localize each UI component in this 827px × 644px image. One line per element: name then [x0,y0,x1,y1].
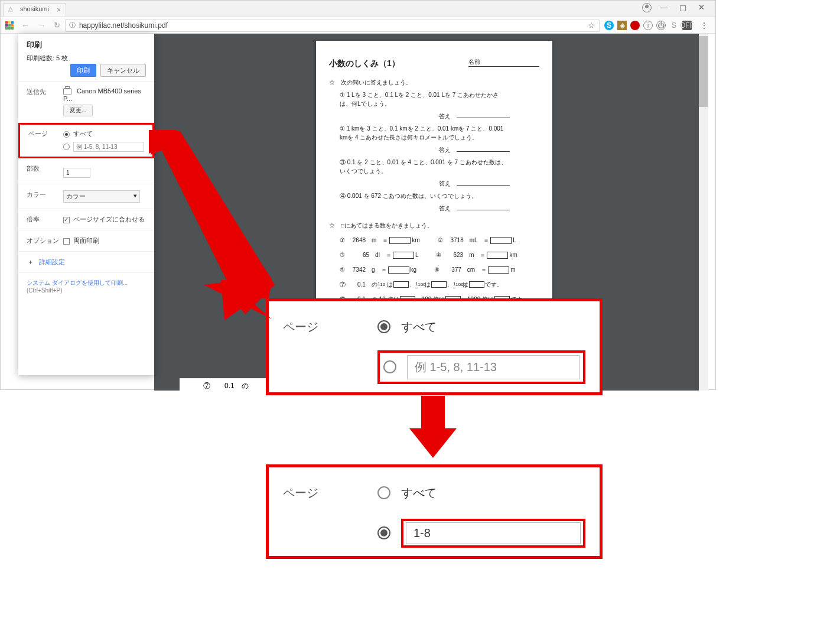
duplex-checkbox[interactable] [63,238,70,245]
pages-range-radio-big[interactable] [383,360,396,373]
pages-all-radio-big-2[interactable] [377,486,390,499]
close-icon[interactable]: × [57,6,61,14]
print-count: 印刷総数: 5 枚 [27,54,146,63]
account-icon[interactable] [642,3,652,12]
annotation-callout-after: ページ すべて 1-8 [266,464,603,559]
annotation-down-arrow-icon [409,396,457,461]
back-icon[interactable]: ← [18,21,32,30]
url-text: happylilac.net/shosikumi.pdf [79,21,168,30]
expand-icon[interactable]: ＋ [27,258,34,266]
browser-titlebar: shosikumi × — ▢ ✕ [1,1,715,17]
chevron-down-icon: ▾ [134,192,137,201]
bookmark-icon[interactable]: ☆ [588,21,595,30]
scrollbar-thumb[interactable] [699,36,708,107]
pages-label: ページ [28,129,63,138]
option-label: オプション [27,236,63,245]
extensions: S ◈ i ⏻ S OFF [604,21,692,30]
browser-toolbar: ← → ↻ ⓘ happylilac.net/shosikumi.pdf ☆ S… [1,17,715,34]
address-bar[interactable]: ⓘ happylilac.net/shosikumi.pdf ☆ [65,19,600,32]
fit-label: ページサイズに合わせる [73,216,145,223]
scale-label: 倍率 [27,215,63,224]
scrollbar[interactable] [699,34,708,391]
extension-icon[interactable]: S [669,21,679,30]
pages-range-input-big-2[interactable]: 1-8 [406,522,581,544]
change-button[interactable]: 変更... [63,105,93,116]
color-select[interactable]: カラー▾ [63,190,140,203]
duplex-label: 両面印刷 [73,237,99,244]
callout-label-2: ページ [283,485,377,501]
color-label: カラー [27,190,63,199]
minimize-icon[interactable]: — [656,3,671,17]
window-controls: — ▢ ✕ [642,1,715,17]
shortcut-text: (Ctrl+Shift+P) [27,287,146,294]
extension-icon[interactable]: i [643,21,653,30]
nav-controls: ← → [18,21,49,30]
svg-marker-3 [149,130,275,320]
pages-range-radio[interactable] [63,144,70,150]
copies-input[interactable] [63,168,90,178]
skype-icon[interactable]: S [604,21,614,30]
pages-all-radio-big[interactable] [377,320,390,333]
browser-tab[interactable]: shosikumi × [3,3,66,17]
info-icon[interactable]: ⓘ [69,21,76,30]
tab-title: shosikumi [20,5,49,12]
print-dialog: 印刷 印刷総数: 5 枚 印刷 キャンセル 送信先 Canon MB5400 s… [18,34,154,375]
doc-title: 小数のしくみ（1） [329,57,400,70]
advanced-link[interactable]: 詳細設定 [39,258,65,265]
extension-icon[interactable]: OFF [682,21,692,30]
extension-icon[interactable]: ◈ [617,21,627,30]
pages-all-text-big-2: すべて [401,485,437,501]
pages-range-input-big[interactable]: 例 1-5, 8, 11-13 [407,355,579,379]
print-button[interactable]: 印刷 [70,64,96,77]
pages-all-radio[interactable] [63,131,70,138]
maximize-icon[interactable]: ▢ [676,3,690,17]
svg-marker-4 [409,396,457,458]
print-title: 印刷 [27,40,146,50]
destination-label: 送信先 [27,87,63,96]
menu-icon[interactable]: ⋮ [696,21,712,30]
extension-icon[interactable] [630,21,640,30]
printer-name: Canon MB5400 series P... [63,87,141,102]
pages-range-input[interactable] [73,142,144,152]
printer-icon [63,88,71,95]
pages-all-text-big: すべて [401,319,437,335]
forward-icon[interactable]: → [35,21,49,30]
fit-checkbox[interactable] [63,217,70,223]
extension-icon[interactable]: ⏻ [656,21,666,30]
reload-icon[interactable]: ↻ [54,21,60,30]
pages-all-text: すべて [73,130,93,137]
copies-label: 部数 [27,164,63,173]
annotation-arrow-icon [148,129,278,324]
annotation-callout-before: ページ すべて 例 1-5, 8, 11-13 [266,298,603,395]
pages-range-radio-big-2[interactable] [377,526,390,539]
callout-label: ページ [283,319,377,335]
window-close-icon[interactable]: ✕ [695,3,708,17]
apps-icon[interactable] [5,21,14,30]
cancel-button[interactable]: キャンセル [100,64,146,77]
system-dialog-link[interactable]: システム ダイアログを使用して印刷... [27,279,146,287]
